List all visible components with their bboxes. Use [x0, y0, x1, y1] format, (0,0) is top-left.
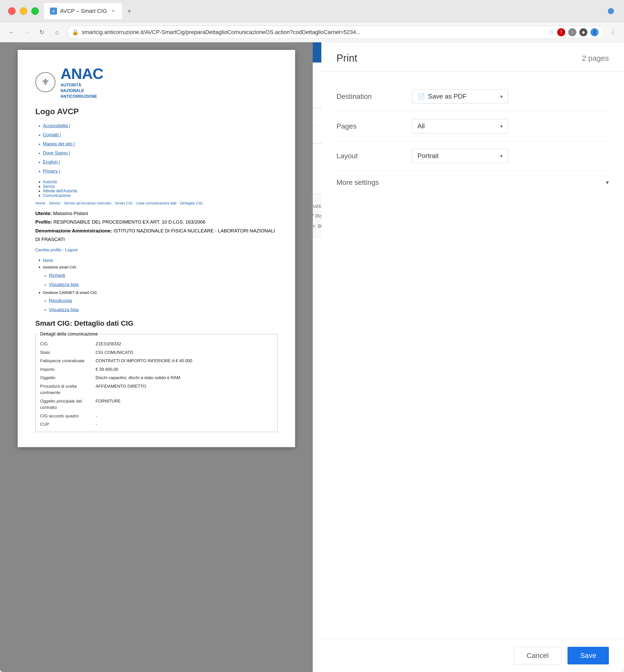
user-name-row: Utente: Massimo Pistoni [35, 209, 278, 218]
destination-dropdown[interactable]: 📄 Save as PDF ▾ [412, 89, 508, 104]
list-item: Visualizza lista [49, 280, 278, 289]
english-link[interactable]: English | [43, 160, 60, 165]
layout-label: Layout [336, 152, 412, 160]
address-bar[interactable]: 🔒 smartcig.anticorruzione.it/AVCP-SmartC… [67, 26, 604, 39]
anac-logo-text: ANAC AUTORITÀ NAZIONALE ANTICORRUZIONE [60, 65, 103, 99]
breadcrumb-servizi[interactable]: Servizi [49, 201, 60, 205]
anac-letters: ANAC [60, 65, 103, 82]
nav-links: Accessibilità | Contatti | Mappa del sit… [35, 121, 278, 176]
authority-links: Autorità Servizi Attività dell'Autorità … [35, 180, 278, 198]
toolbar: ← → ↻ ⌂ 🔒 smartcig.anticorruzione.it/AVC… [0, 22, 624, 42]
breadcrumb-smartcig[interactable]: Smart CIG [115, 201, 133, 205]
close-button[interactable] [8, 7, 16, 15]
autorita-link[interactable]: Autorità [43, 180, 57, 184]
browser-extension-icon-red[interactable]: ! [557, 28, 565, 36]
list-item: Contatti | [43, 130, 278, 139]
browser-extension-icon-dark[interactable]: ◆ [579, 28, 588, 36]
tab-bar: A AVCP – Smart CIG × + [44, 3, 601, 19]
comunicazione-link[interactable]: Comunicazione [43, 193, 71, 198]
more-settings-row[interactable]: More settings ▾ [336, 171, 609, 194]
back-button[interactable]: ← [6, 27, 17, 38]
servizi-link[interactable]: Servizi [43, 184, 55, 189]
cig-accordo-value: - [94, 412, 274, 421]
details-table: CIG Z1E31EB332 Stato CIG COMUNICATO Fatt… [38, 340, 274, 429]
print-preview-panel: ⚜ ANAC AUTORITÀ NAZIONALE ANTICORRUZIONE… [0, 42, 313, 672]
cig-value: Z1E31EB332 [94, 340, 274, 348]
profile-links: Cambia profilo - Logout [35, 247, 278, 252]
more-options-icon[interactable]: ⋮ [608, 27, 618, 37]
oggetto-principale-label: Oggetto principale del contratto [38, 397, 94, 412]
browser-extension-icon-grey[interactable]: ○ [568, 28, 576, 36]
print-dialog: ⚜ ANAC AUTORITÀ NAZIONALE ANTICORRUZIONE… [0, 42, 624, 672]
table-row: Oggetto principale del contratto FORNITU… [38, 397, 274, 412]
breadcrumb: Home · Servizi · Servizi ad Accesso rise… [35, 200, 278, 206]
new-tab-button[interactable]: + [124, 6, 134, 16]
list-item: Comunicazione [43, 193, 278, 198]
layout-row: Layout Portrait ▾ [336, 141, 609, 171]
republic-seal: ⚜ [35, 72, 55, 92]
contatti-link[interactable]: Contatti | [43, 132, 61, 137]
admin-row: Denominazione Amministrazione: ISTITUTO … [35, 226, 278, 244]
tab-close-button[interactable]: × [110, 8, 116, 14]
print-settings-body: Destination 📄 Save as PDF ▾ Pages [321, 72, 624, 639]
visualizza-lista-link[interactable]: Visualizza lista [49, 282, 79, 287]
pages-dropdown[interactable]: All ▾ [412, 119, 508, 133]
details-legend: Dettagli della comunicazione [38, 331, 99, 337]
cancel-button[interactable]: Cancel [514, 647, 562, 665]
save-button[interactable]: Save [568, 647, 609, 665]
cup-value: - [94, 420, 274, 429]
pages-chevron-icon: ▾ [500, 123, 503, 129]
list-item: Attività dell'Autorità [43, 189, 278, 193]
forward-button[interactable]: → [21, 27, 32, 38]
visualizza-lista-2-link[interactable]: Visualizza lista [49, 307, 79, 312]
print-settings-panel: Print 2 pages Destination 📄 Save as PDF … [321, 42, 624, 672]
list-item: Visualizza lista [49, 305, 278, 314]
richiedi-link[interactable]: Richiedi [49, 273, 65, 278]
home-button[interactable]: ⌂ [51, 27, 62, 38]
cig-accordo-label: CIG accordo quadro [38, 412, 94, 421]
user-info: Utente: Massimo Pistoni Profilo: RESPONS… [35, 209, 278, 244]
pages-value: All [417, 122, 425, 130]
destination-control: 📄 Save as PDF ▾ [412, 89, 609, 104]
minimize-button[interactable] [20, 7, 27, 15]
layout-dropdown[interactable]: Portrait ▾ [412, 149, 508, 163]
stato-label: Stato [38, 348, 94, 357]
home-menu-link[interactable]: Home [43, 258, 53, 262]
layout-control: Portrait ▾ [412, 149, 609, 163]
list-item: Richiedi [49, 271, 278, 280]
cambia-profilo-link[interactable]: Cambia profilo [35, 248, 61, 252]
refresh-button[interactable]: ↻ [36, 27, 47, 38]
attivita-link[interactable]: Attività dell'Autorità [43, 189, 77, 193]
logout-link[interactable]: Logout [65, 248, 77, 252]
list-item: Privacy | [43, 167, 278, 176]
mappa-link[interactable]: Mappa del sito | [43, 141, 75, 146]
privacy-nav-link[interactable]: Privacy | [43, 169, 60, 174]
page-heading: Smart CIG: Dettaglio dati CIG [35, 319, 278, 327]
browser-tab[interactable]: A AVCP – Smart CIG × [44, 3, 122, 19]
anac-logo-area: ⚜ ANAC AUTORITÀ NAZIONALE ANTICORRUZIONE [35, 65, 278, 99]
profile-row: Profilo: RESPONSABILE DEL PROCEDIMENTO E… [35, 218, 278, 226]
breadcrumb-accesso[interactable]: Servizi ad Accesso riservato [64, 201, 111, 205]
dove-siamo-link[interactable]: Dove Siamo | [43, 151, 70, 156]
bookmark-icon[interactable]: ☆ [549, 29, 554, 35]
pages-control: All ▾ [412, 119, 609, 133]
fattispecie-value: CONTRATTI DI IMPORTO INFERIORE A € 40.00… [94, 357, 274, 365]
content-area: Privacy | ⚜ Disposizioni in materia di c… [0, 42, 624, 672]
logo-avcp-label: Logo AVCP [35, 107, 278, 116]
details-fieldset: Dettagli della comunicazione CIG Z1E31EB… [35, 331, 278, 432]
rendiconta-link[interactable]: Rendiconta [49, 298, 72, 303]
breadcrumb-lista[interactable]: Lista comunicazioni dati [136, 201, 176, 205]
list-item: Servizi [43, 184, 278, 189]
oggetto-principale-value: FORNITURE [94, 397, 274, 412]
accessibilita-link[interactable]: Accessibilità | [43, 123, 70, 128]
breadcrumb-home[interactable]: Home [35, 201, 45, 205]
cig-label: CIG [38, 340, 94, 348]
maximize-button[interactable] [31, 7, 39, 15]
pdf-icon: 📄 [417, 93, 425, 100]
list-item: Home [43, 257, 278, 264]
browser-menu-icon[interactable] [606, 6, 616, 16]
anac-subtitle: AUTORITÀ NAZIONALE ANTICORRUZIONE [60, 82, 103, 99]
list-item: Rendiconta [49, 296, 278, 305]
user-profile-icon[interactable]: 👤 [591, 28, 599, 36]
print-page-preview: ⚜ ANAC AUTORITÀ NAZIONALE ANTICORRUZIONE… [18, 50, 295, 447]
